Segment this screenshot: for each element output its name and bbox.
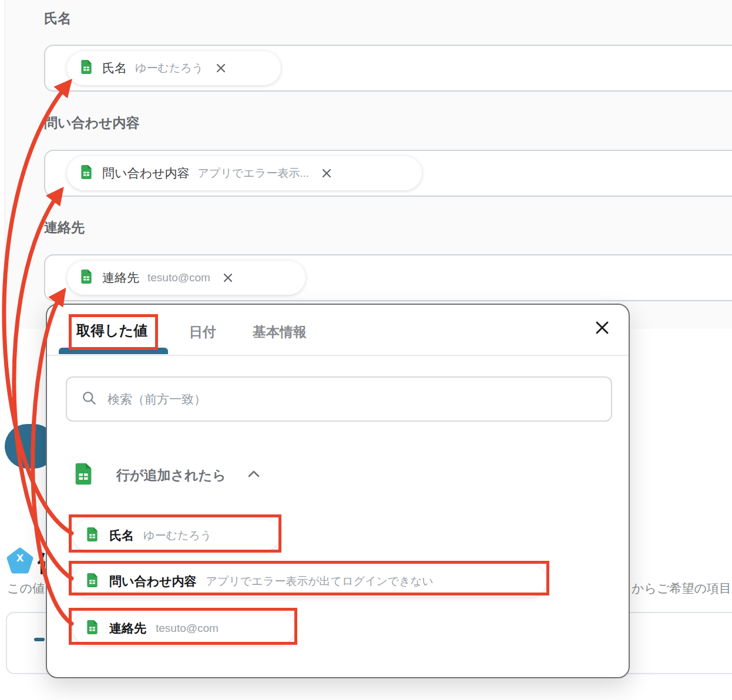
variable-item-name[interactable]: 氏名 ゆーむたろう bbox=[73, 520, 280, 551]
variable-badge-icon: x bbox=[6, 547, 34, 576]
chip-field-label: 問い合わせ内容 bbox=[102, 165, 189, 181]
variable-item-inquiry[interactable]: 問い合わせ内容 アプリでエラー表示が出てログインできない bbox=[73, 566, 546, 597]
helper-text-right: からご希望の項目 bbox=[632, 580, 731, 597]
google-sheets-icon bbox=[85, 527, 100, 544]
chevron-up-icon[interactable] bbox=[247, 470, 260, 480]
tab-date[interactable]: 日付 bbox=[189, 323, 216, 341]
google-sheets-icon bbox=[85, 620, 100, 637]
variable-item-contact[interactable]: 連絡先 tesuto@com bbox=[73, 612, 295, 644]
search-input[interactable] bbox=[108, 392, 597, 406]
tab-basic-info[interactable]: 基本情報 bbox=[253, 323, 307, 341]
tabs-divider bbox=[47, 355, 629, 356]
variable-field-value: ゆーむたろう bbox=[143, 528, 211, 543]
chip-field-value: アプリでエラー表示... bbox=[197, 166, 309, 181]
obscured-heading-fragment: 値 bbox=[38, 548, 45, 577]
variable-picker-modal: 取得した値 日付 基本情報 行が追加されたら bbox=[46, 304, 630, 678]
mapped-value-chip-inquiry[interactable]: 問い合わせ内容 アプリでエラー表示... bbox=[67, 156, 422, 190]
field-label-name: 氏名 bbox=[44, 9, 71, 28]
helper-text-left: この値 bbox=[7, 580, 45, 597]
remove-chip-icon[interactable] bbox=[222, 272, 234, 284]
search-box[interactable] bbox=[66, 376, 612, 422]
trigger-group-header[interactable]: 行が追加されたら bbox=[72, 462, 260, 488]
mapped-value-chip-contact[interactable]: 連絡先 tesuto@com bbox=[67, 261, 305, 295]
remove-chip-icon[interactable] bbox=[321, 167, 333, 179]
remove-chip-icon[interactable] bbox=[215, 62, 227, 74]
google-sheets-icon bbox=[79, 269, 94, 287]
variable-field-label: 連絡先 bbox=[109, 620, 146, 637]
mapped-value-chip-name[interactable]: 氏名 ゆーむたろう bbox=[67, 51, 281, 85]
trigger-group-label: 行が追加されたら bbox=[116, 466, 226, 484]
google-sheets-icon bbox=[85, 573, 100, 590]
close-icon[interactable] bbox=[593, 319, 611, 339]
google-sheets-icon bbox=[72, 462, 95, 488]
active-tab-indicator bbox=[59, 348, 168, 354]
chip-field-value: tesuto@com bbox=[147, 271, 210, 284]
variable-field-label: 問い合わせ内容 bbox=[109, 573, 196, 590]
tab-retrieved-values[interactable]: 取得した値 bbox=[76, 321, 147, 340]
chip-field-label: 連絡先 bbox=[102, 270, 139, 286]
google-sheets-icon bbox=[79, 59, 94, 77]
field-label-contact: 連絡先 bbox=[44, 218, 85, 237]
variable-field-value: アプリでエラー表示が出てログインできない bbox=[206, 574, 433, 589]
badge-letter: x bbox=[6, 550, 34, 565]
search-icon bbox=[81, 390, 97, 408]
chip-field-label: 氏名 bbox=[102, 60, 127, 76]
cursor-dash bbox=[34, 638, 45, 641]
field-label-inquiry: 問い合わせ内容 bbox=[44, 114, 140, 132]
variable-field-label: 氏名 bbox=[109, 527, 134, 544]
variable-field-value: tesuto@com bbox=[156, 622, 219, 635]
google-sheets-icon bbox=[79, 164, 94, 182]
chip-field-value: ゆーむたろう bbox=[135, 60, 203, 76]
